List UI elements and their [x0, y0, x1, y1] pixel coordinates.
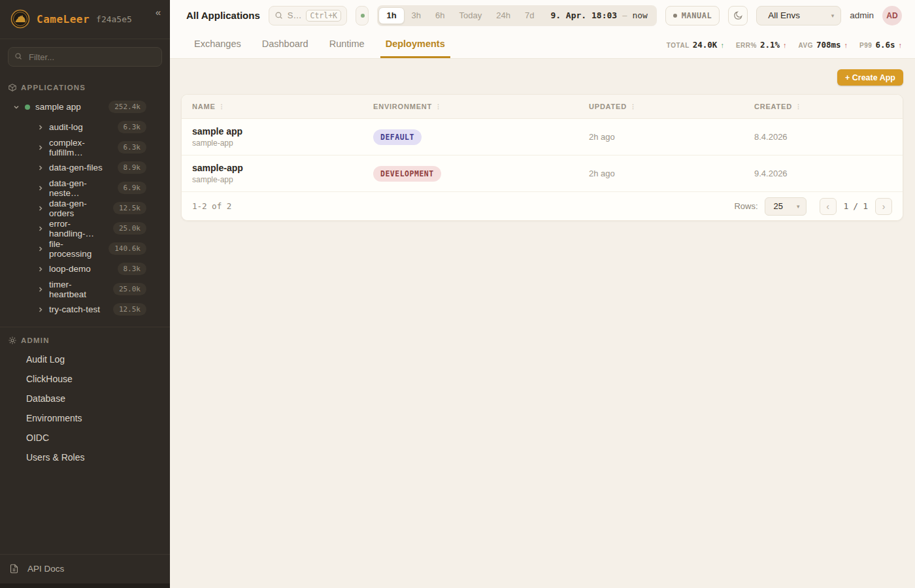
- current-page: 1: [844, 201, 849, 211]
- count-badge: 8.3k: [118, 263, 147, 275]
- table-row[interactable]: sample-app sample-app DEVELOPMENT 2h ago…: [182, 155, 903, 192]
- sidebar-item-database[interactable]: Database: [0, 389, 170, 408]
- stat-label: TOTAL: [667, 42, 690, 49]
- count-badge: 25.0k: [113, 283, 146, 295]
- admin-section-header: ADMIN: [0, 327, 170, 350]
- admin-item-label: Database: [26, 393, 65, 404]
- stat-value: 2.1%: [760, 40, 780, 50]
- column-header-updated[interactable]: UPDATED ⋮: [578, 103, 744, 110]
- api-docs-link[interactable]: API Docs: [0, 554, 170, 583]
- table-row[interactable]: sample app sample-app DEFAULT 2h ago 8.4…: [182, 119, 903, 155]
- item-label: timer-heartbeat: [49, 280, 108, 299]
- time-separator: –: [622, 10, 627, 20]
- content-area: + Create App NAME ⋮ ENVIRONMENT ⋮ UPDATE…: [170, 59, 915, 588]
- chevron-down-icon: ▾: [797, 203, 800, 210]
- chevron-right-icon: [37, 246, 44, 252]
- admin-item-label: Users & Roles: [26, 452, 84, 463]
- sidebar-item-file-processing[interactable]: file-processing 140.6k: [0, 238, 170, 259]
- chevron-right-icon: [37, 165, 44, 171]
- sidebar-item-clickhouse[interactable]: ClickHouse: [0, 369, 170, 389]
- time-range-6h[interactable]: 6h: [428, 7, 452, 24]
- sidebar-item-complex-fulfillment[interactable]: complex-fulfillm… 6.3k: [0, 137, 170, 157]
- stat-value: 6.6s: [875, 40, 895, 50]
- column-header-created[interactable]: CREATED ⋮: [744, 103, 903, 110]
- count-badge: 12.5k: [113, 202, 146, 214]
- time-range-today[interactable]: Today: [452, 7, 490, 24]
- dark-mode-toggle[interactable]: [728, 6, 748, 25]
- global-search[interactable]: S… Ctrl+K: [269, 6, 347, 25]
- total-pages: 1: [863, 201, 868, 211]
- manual-label: MANUAL: [682, 11, 712, 20]
- sidebar-item-timer-heartbeat[interactable]: timer-heartbeat 25.0k: [0, 279, 170, 299]
- time-range-3h[interactable]: 3h: [405, 7, 428, 24]
- search-icon: [14, 52, 22, 60]
- cell-created: 9.4.2026: [744, 169, 903, 178]
- time-range-1h[interactable]: 1h: [378, 7, 404, 24]
- sidebar-item-audit-log-admin[interactable]: Audit Log: [0, 350, 170, 369]
- trend-up-icon: ↑: [844, 41, 848, 49]
- sidebar-bottom-strip: [0, 583, 170, 588]
- column-header-name[interactable]: NAME ⋮: [182, 103, 363, 110]
- sidebar-collapse-icon[interactable]: «: [156, 7, 161, 18]
- stat-total: TOTAL 24.0K ↑: [667, 40, 724, 50]
- cell-name: sample app sample-app: [182, 126, 363, 148]
- tab-dashboard[interactable]: Dashboard: [257, 31, 314, 58]
- rows-per-page-select[interactable]: 25 ▾: [765, 197, 807, 216]
- stat-label: P99: [859, 42, 872, 49]
- stat-label: AVG: [799, 42, 813, 49]
- admin-item-label: Audit Log: [26, 354, 65, 365]
- create-app-button[interactable]: + Create App: [837, 69, 903, 86]
- column-label: CREATED: [754, 103, 792, 110]
- cell-updated: 2h ago: [578, 169, 744, 178]
- trend-up-icon: ↑: [720, 41, 724, 49]
- app-name: sample-app: [192, 163, 363, 173]
- sidebar-spacer: [0, 467, 170, 554]
- rows-per-page-label: Rows:: [734, 201, 757, 211]
- sidebar-item-loop-demo[interactable]: loop-demo 8.3k: [0, 259, 170, 279]
- next-page-button[interactable]: ›: [875, 198, 892, 215]
- app-slug: sample-app: [192, 139, 363, 148]
- sidebar-item-data-gen-orders[interactable]: data-gen-orders 12.5k: [0, 198, 170, 218]
- tab-runtime[interactable]: Runtime: [324, 31, 370, 58]
- user-name: admin: [850, 10, 874, 20]
- sidebar-item-data-gen-files[interactable]: data-gen-files 8.9k: [0, 157, 170, 178]
- environment-select[interactable]: All Envs ▾: [756, 6, 841, 25]
- tab-deployments[interactable]: Deployments: [380, 31, 450, 58]
- sidebar-item-data-gen-nested[interactable]: data-gen-neste… 6.9k: [0, 178, 170, 198]
- time-to-value[interactable]: now: [627, 10, 655, 20]
- sidebar-header: CameLeer f24a5e5 «: [0, 0, 170, 39]
- cell-environment: DEFAULT: [363, 129, 578, 145]
- sidebar-app-sample-app[interactable]: sample app 252.4k: [0, 97, 170, 117]
- sidebar-item-users-roles[interactable]: Users & Roles: [0, 448, 170, 467]
- avatar[interactable]: AD: [882, 6, 902, 25]
- sidebar-item-try-catch-test[interactable]: try-catch-test 12.5k: [0, 299, 170, 319]
- stat-err: ERR% 2.1% ↑: [736, 40, 787, 50]
- time-range-24h[interactable]: 24h: [489, 7, 518, 24]
- environment-badge: DEFAULT: [373, 129, 422, 145]
- previous-page-button[interactable]: ‹: [820, 198, 837, 215]
- environment-select-value: All Envs: [768, 10, 800, 20]
- item-label: data-gen-files: [49, 163, 103, 172]
- page-separator: /: [853, 201, 858, 211]
- time-from-value[interactable]: 9. Apr. 18:03: [541, 10, 622, 20]
- time-range-control: 1h 3h 6h Today 24h 7d 9. Apr. 18:03 – no…: [377, 5, 656, 26]
- rows-per-page-value: 25: [774, 201, 783, 211]
- sidebar-item-audit-log[interactable]: audit-log 6.3k: [0, 117, 170, 137]
- page-title: All Applications: [186, 10, 260, 21]
- environment-badge: DEVELOPMENT: [373, 166, 441, 182]
- tab-exchanges[interactable]: Exchanges: [189, 31, 246, 58]
- table-header-row: NAME ⋮ ENVIRONMENT ⋮ UPDATED ⋮ CREATED ⋮: [182, 95, 903, 119]
- count-badge: 8.9k: [118, 161, 147, 174]
- sidebar-item-oidc[interactable]: OIDC: [0, 428, 170, 448]
- cell-updated: 2h ago: [578, 132, 744, 142]
- manual-refresh-button[interactable]: MANUAL: [665, 6, 720, 25]
- search-placeholder: S…: [288, 10, 302, 20]
- time-range-7d[interactable]: 7d: [518, 7, 541, 24]
- column-header-environment[interactable]: ENVIRONMENT ⋮: [363, 103, 578, 110]
- filter-input[interactable]: [8, 47, 162, 67]
- column-label: NAME: [192, 103, 216, 110]
- stat-value: 24.0K: [693, 40, 718, 50]
- sidebar-item-environments[interactable]: Environments: [0, 408, 170, 428]
- sidebar-item-error-handling[interactable]: error-handling-… 25.0k: [0, 218, 170, 238]
- online-status-indicator[interactable]: O: [356, 6, 369, 25]
